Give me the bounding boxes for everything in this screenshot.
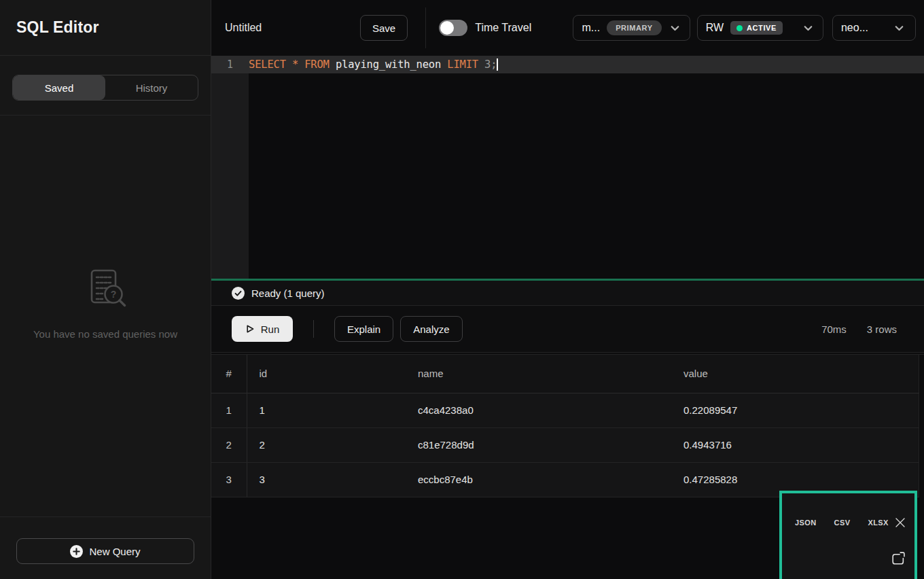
active-dot-icon — [736, 25, 743, 31]
expand-icon — [890, 551, 906, 567]
tab-saved[interactable]: Saved — [13, 75, 105, 100]
empty-state-text: You have no saved queries now — [33, 328, 177, 340]
code-line[interactable]: 1 SELECT * FROM playing_with_neon LIMIT … — [211, 56, 924, 73]
table-cell: 0.22089547 — [671, 393, 919, 427]
results-table: #idnamevalue 11c4ca4238a00.2208954722c81… — [211, 355, 919, 497]
table-cell: c4ca4238a0 — [406, 393, 671, 427]
run-label: Run — [261, 323, 280, 335]
active-badge-label: ACTIVE — [747, 24, 777, 32]
play-icon — [245, 324, 255, 334]
sql-token: FROM — [304, 58, 330, 71]
topbar: Untitled Save Time Travel m... PRIMARY R… — [211, 0, 924, 56]
no-saved-queries-icon: ? — [82, 266, 129, 312]
compute-dropdown[interactable]: RW ACTIVE — [697, 15, 823, 41]
table-cell: 1 — [211, 393, 247, 427]
analyze-button[interactable]: Analyze — [400, 316, 462, 342]
toggle-knob — [440, 21, 454, 35]
table-cell: 3 — [247, 462, 406, 497]
sidebar: SQL Editor Saved History ? You have no s… — [0, 0, 211, 579]
table-cell: 3 — [211, 462, 247, 497]
explain-button[interactable]: Explain — [334, 316, 393, 342]
table-cell: c81e728d9d — [406, 427, 671, 462]
toolbar-divider — [313, 320, 314, 338]
page-title: SQL Editor — [16, 18, 99, 37]
export-panel: JSONCSVXLSX — [779, 491, 917, 579]
export-csv-button[interactable]: CSV — [832, 517, 853, 528]
sql-token: SELECT — [249, 58, 286, 71]
row-count: 3 rows — [867, 323, 897, 335]
query-toolbar: Run Explain Analyze 70ms 3 rows — [211, 306, 924, 353]
sql-token: LIMIT — [447, 58, 478, 71]
sql-query-text: SELECT * FROM playing_with_neon LIMIT 3; — [249, 58, 497, 71]
column-header-2[interactable]: name — [406, 355, 671, 393]
chevron-down-icon — [669, 22, 681, 35]
text-cursor — [497, 58, 498, 71]
export-format-row: JSONCSVXLSX — [782, 493, 914, 530]
branch-dropdown[interactable]: m... PRIMARY — [573, 15, 690, 41]
sql-token: 3; — [484, 58, 497, 71]
editor-gutter — [211, 73, 249, 279]
new-query-button[interactable]: New Query — [16, 538, 194, 564]
branch-dropdown-label: m... — [582, 22, 600, 34]
time-travel-label: Time Travel — [475, 22, 531, 34]
active-status-badge: ACTIVE — [730, 21, 783, 35]
statusbar: Ready (1 query) — [211, 281, 924, 306]
code-editor[interactable]: 1 SELECT * FROM playing_with_neon LIMIT … — [211, 56, 924, 279]
table-header-row: #idnamevalue — [211, 355, 919, 393]
editor-empty-area[interactable] — [211, 73, 924, 279]
time-travel-toggle[interactable] — [439, 20, 467, 36]
table-row[interactable]: 22c81e728d9d0.4943716 — [211, 427, 919, 462]
check-circle-icon — [232, 287, 245, 300]
sql-token: * — [292, 58, 298, 71]
status-text: Ready (1 query) — [251, 287, 325, 299]
sql-token: playing_with_neon — [330, 58, 448, 71]
table-cell: 2 — [247, 427, 406, 462]
saved-history-segmented-control: Saved History — [12, 75, 198, 101]
database-dropdown-label: neo... — [841, 22, 868, 34]
query-duration: 70ms — [821, 323, 847, 335]
topbar-divider — [425, 7, 426, 48]
tab-history[interactable]: History — [105, 75, 198, 100]
run-button[interactable]: Run — [232, 316, 293, 342]
table-row[interactable]: 11c4ca4238a00.22089547 — [211, 393, 919, 427]
svg-text:?: ? — [111, 289, 117, 300]
sidebar-footer: New Query — [0, 516, 211, 579]
line-number: 1 — [211, 58, 249, 71]
table-cell: 0.4943716 — [671, 427, 919, 462]
new-query-label: New Query — [89, 546, 140, 557]
sql-editor-app: SQL Editor Saved History ? You have no s… — [0, 0, 924, 579]
plus-circle-icon — [70, 545, 83, 558]
export-xlsx-button[interactable]: XLSX — [865, 517, 891, 528]
database-dropdown[interactable]: neo... — [832, 15, 916, 41]
save-button[interactable]: Save — [360, 15, 408, 41]
column-header-3[interactable]: value — [671, 355, 919, 393]
column-header-0[interactable]: # — [211, 355, 247, 393]
chevron-down-icon — [802, 22, 815, 35]
primary-badge: PRIMARY — [607, 20, 662, 35]
table-cell: 1 — [247, 393, 406, 427]
compute-dropdown-label: RW — [706, 22, 724, 34]
close-icon — [893, 515, 908, 530]
sql-token — [478, 58, 484, 71]
query-stats: 70ms 3 rows — [821, 323, 897, 335]
table-cell: eccbc87e4b — [406, 462, 671, 497]
sidebar-header: SQL Editor — [0, 0, 211, 56]
sql-token — [286, 58, 292, 71]
chevron-down-icon — [893, 22, 906, 35]
sidebar-tabs: Saved History — [0, 56, 211, 116]
export-json-button[interactable]: JSON — [792, 517, 819, 528]
export-format-buttons: JSONCSVXLSX — [792, 517, 891, 528]
main-panel: Untitled Save Time Travel m... PRIMARY R… — [211, 0, 924, 579]
column-header-1[interactable]: id — [247, 355, 406, 393]
table-cell: 2 — [211, 427, 247, 462]
query-title: Untitled — [225, 22, 272, 34]
expand-results-button[interactable] — [890, 551, 906, 567]
sql-token — [298, 58, 304, 71]
saved-queries-empty-state: ? You have no saved queries now — [0, 116, 211, 516]
close-button[interactable] — [893, 515, 908, 530]
